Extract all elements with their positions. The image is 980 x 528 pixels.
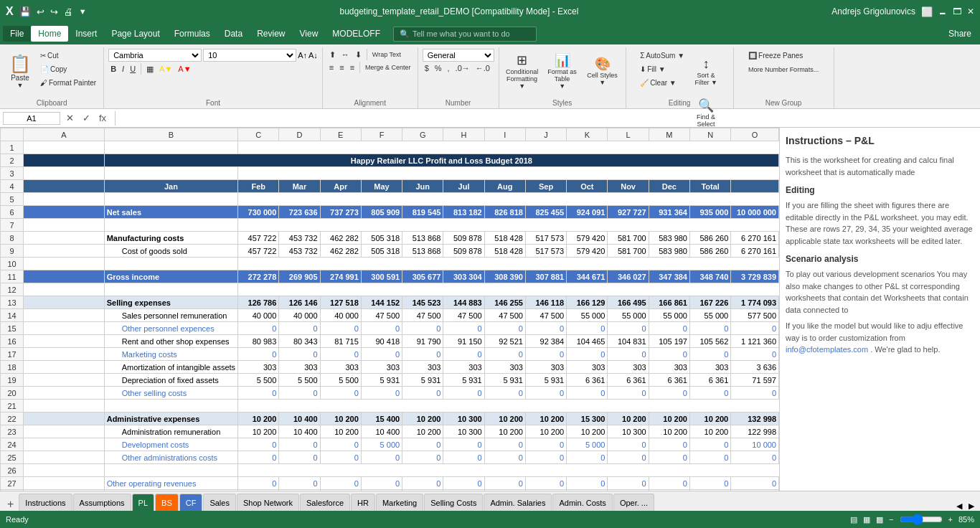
data-cell[interactable]: 513 868 <box>402 232 443 245</box>
data-cell[interactable]: 1 774 093 <box>731 296 779 309</box>
empty-cell[interactable] <box>24 283 105 296</box>
sort-filter-button[interactable]: ↕ Sort & Filter ▼ <box>690 49 722 93</box>
data-cell[interactable]: 10 000 000 <box>731 206 779 219</box>
label-cell[interactable] <box>104 167 237 180</box>
font-grow-btn[interactable]: A↑ <box>298 51 307 60</box>
data-cell[interactable]: 104 831 <box>608 335 649 348</box>
data-cell[interactable]: 0 <box>567 348 608 361</box>
bold-button[interactable]: B <box>108 64 118 74</box>
data-cell[interactable]: 0 <box>649 438 689 451</box>
empty-cell[interactable] <box>24 167 105 180</box>
data-cell[interactable]: 0 <box>279 438 320 451</box>
month-header-cell[interactable]: Dec <box>649 180 689 193</box>
empty-cell[interactable] <box>24 206 105 219</box>
data-cell[interactable]: 0 <box>361 387 402 400</box>
empty-cell[interactable] <box>24 412 105 425</box>
data-cell[interactable]: 0 <box>279 387 320 400</box>
sheet-tab-scroll-left[interactable]: ◀ <box>953 501 965 511</box>
align-left-btn[interactable]: ≡ <box>327 62 336 73</box>
empty-cell[interactable] <box>24 464 105 477</box>
data-cell[interactable]: 347 384 <box>649 270 689 283</box>
data-cell[interactable]: 581 700 <box>608 232 649 245</box>
quick-access-undo[interactable]: ↩ <box>37 6 44 17</box>
data-cell[interactable]: 47 500 <box>443 309 484 322</box>
data-cell[interactable]: 453 732 <box>279 232 320 245</box>
data-cell[interactable]: 0 <box>402 490 443 491</box>
data-cell[interactable]: 303 <box>443 361 484 374</box>
data-cell[interactable]: 0 <box>279 451 320 464</box>
empty-cell[interactable] <box>24 322 105 335</box>
quick-access-save[interactable]: 💾 <box>19 6 31 17</box>
data-cell[interactable]: 6 361 <box>608 374 649 387</box>
data-cell[interactable]: 10 200 <box>525 412 566 425</box>
data-cell[interactable]: 0 <box>689 438 730 451</box>
data-cell[interactable]: 55 000 <box>649 309 689 322</box>
data-cell[interactable]: 3 636 <box>731 361 779 374</box>
data-cell[interactable]: 927 727 <box>608 206 649 219</box>
underline-button[interactable]: U <box>128 64 138 74</box>
data-cell[interactable]: 105 562 <box>689 335 730 348</box>
sheet-tab-sales[interactable]: Sales <box>203 494 236 511</box>
sheet-tab-instructions[interactable]: Instructions <box>19 494 72 511</box>
formula-input[interactable] <box>121 113 977 124</box>
data-cell[interactable]: 0 <box>443 348 484 361</box>
data-cell[interactable]: 0 <box>238 477 279 490</box>
data-cell[interactable]: 509 878 <box>443 245 484 258</box>
data-cell[interactable]: 47 500 <box>402 309 443 322</box>
empty-cell[interactable] <box>24 141 105 154</box>
month-header-cell[interactable]: Sep <box>525 180 566 193</box>
label-cell[interactable] <box>104 258 237 270</box>
menu-view[interactable]: View <box>293 26 326 42</box>
zoom-minus-btn[interactable]: − <box>889 515 893 524</box>
data-cell[interactable]: 10 200 <box>525 425 566 438</box>
data-cell[interactable]: 0 <box>484 490 525 491</box>
data-cell[interactable]: 303 <box>525 361 566 374</box>
fat-dropdown[interactable]: ▼ <box>559 82 565 90</box>
data-cell[interactable]: 931 364 <box>649 206 689 219</box>
col-header-b[interactable]: B <box>104 128 237 141</box>
data-cell[interactable]: 303 <box>608 361 649 374</box>
data-cell[interactable]: 92 384 <box>525 335 566 348</box>
data-cell[interactable]: 303 <box>567 361 608 374</box>
data-cell[interactable]: 0 <box>567 322 608 335</box>
data-cell[interactable]: 826 818 <box>484 206 525 219</box>
label-cell[interactable] <box>104 219 237 232</box>
data-cell[interactable]: 10 400 <box>361 425 402 438</box>
data-cell[interactable]: 348 740 <box>689 270 730 283</box>
data-cell[interactable]: 0 <box>649 322 689 335</box>
label-cell[interactable] <box>104 464 237 477</box>
data-cell[interactable]: 15 300 <box>567 412 608 425</box>
menu-file[interactable]: File <box>3 26 31 42</box>
cell-styles-button[interactable]: 🎨 Cell Styles ▼ <box>584 49 621 93</box>
data-cell[interactable]: 5 000 <box>361 438 402 451</box>
close-btn[interactable]: ✕ <box>967 6 974 16</box>
data-cell[interactable]: 0 <box>608 438 649 451</box>
data-cell[interactable]: 144 883 <box>443 296 484 309</box>
data-cell[interactable]: 5 931 <box>484 374 525 387</box>
data-cell[interactable]: 303 <box>238 361 279 374</box>
data-cell[interactable]: 10 300 <box>443 425 484 438</box>
data-cell[interactable]: 0 <box>525 477 566 490</box>
autosum-button[interactable]: Σ AutoSum ▼ <box>637 49 687 62</box>
label-cell[interactable]: Amortization of intangible assets <box>104 361 237 374</box>
data-cell[interactable]: 0 <box>484 451 525 464</box>
data-cell[interactable]: 303 <box>320 361 361 374</box>
empty-cell[interactable] <box>24 258 105 270</box>
decrease-decimal-btn[interactable]: ←.0 <box>473 63 492 73</box>
section-label-cell[interactable]: Selling expenses <box>104 296 237 309</box>
data-cell[interactable]: 0 <box>320 387 361 400</box>
data-cell[interactable]: 10 200 <box>238 425 279 438</box>
month-header-cell[interactable]: Feb <box>238 180 279 193</box>
data-cell[interactable]: 346 027 <box>608 270 649 283</box>
col-header-c[interactable]: C <box>238 128 279 141</box>
data-cell[interactable]: 303 <box>689 361 730 374</box>
empty-cell[interactable] <box>24 374 105 387</box>
col-header-a[interactable]: A <box>24 128 105 141</box>
data-cell[interactable]: 509 878 <box>443 232 484 245</box>
data-cell[interactable]: 518 428 <box>484 232 525 245</box>
month-header-cell[interactable]: Total <box>689 180 730 193</box>
data-cell[interactable]: 0 <box>484 438 525 451</box>
data-cell[interactable]: 518 428 <box>484 245 525 258</box>
sheet-tab-oper[interactable]: Oper. ... <box>613 494 654 511</box>
empty-cell[interactable] <box>24 309 105 322</box>
